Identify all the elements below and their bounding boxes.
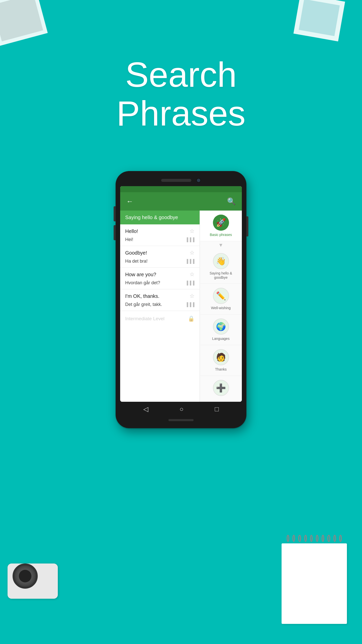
decorative-photo-topleft [0, 0, 48, 46]
category-item-basic-phrases[interactable]: 🚀 Basic phrases [200, 211, 242, 241]
phrase-item-goodbye: Goodbye! ☆ Ha det bra! ▐▐▐ [120, 246, 200, 268]
decorative-photo-topright [293, 0, 345, 41]
phone-bottom-bar [120, 417, 242, 424]
page-title: Search Phrases [0, 55, 362, 133]
category-icon-wellwishing: ✏️ [213, 288, 229, 304]
active-category-header: Saying hello & goodbye [120, 211, 200, 224]
phrase-text-goodbye-no: Ha det bra! [125, 259, 148, 264]
category-label-hello-goodbye: Saying hello & goodbye [202, 271, 239, 280]
category-icon-basic-phrases: 🚀 [213, 215, 229, 231]
phrase-text-howareyou-no: Hvordan går det? [125, 280, 160, 286]
phrase-english-hello: Hello! ☆ [120, 224, 200, 236]
phrase-english-howareyou: How are you? ☆ [120, 268, 200, 279]
volume-up-button [114, 206, 116, 221]
phrase-text-hello-en: Hello! [125, 228, 138, 234]
phrase-native-goodbye: Ha det bra! ▐▐▐ [120, 258, 200, 267]
lock-icon: 🔒 [188, 315, 195, 322]
nav-home-button[interactable]: ○ [179, 405, 184, 413]
level-imok: ▐▐▐ [185, 302, 195, 307]
level-howareyou: ▐▐▐ [185, 281, 195, 285]
star-hello[interactable]: ☆ [190, 228, 195, 234]
category-item-wellwishing[interactable]: ✏️ Well-wishing [200, 284, 242, 314]
phrase-text-imok-en: I'm OK, thanks. [125, 293, 159, 299]
back-button[interactable]: ← [126, 197, 133, 206]
power-button [246, 216, 248, 236]
decorative-notebook [277, 538, 347, 624]
screen-body: Saying hello & goodbye Hello! ☆ Hei! ▐▐▐ [120, 211, 242, 402]
star-howareyou[interactable]: ☆ [190, 271, 195, 278]
category-label-languages: Languages [212, 337, 230, 341]
category-emoji-hello-goodbye: 👋 [216, 256, 226, 266]
category-item-thanks[interactable]: 🧑 Thanks [200, 345, 242, 376]
category-emoji-languages: 🌍 [216, 322, 226, 331]
category-icon-languages: 🌍 [213, 318, 229, 335]
category-icon-thanks: 🧑 [213, 349, 229, 365]
phone-speaker [161, 179, 191, 182]
nav-recent-button[interactable]: □ [215, 405, 219, 413]
category-emoji-wellwishing: ✏️ [216, 291, 226, 301]
category-emoji-thanks: 🧑 [216, 352, 226, 362]
category-label-basic-phrases: Basic phrases [210, 233, 232, 237]
phrase-native-howareyou: Hvordan går det? ▐▐▐ [120, 279, 200, 289]
phrase-list-panel: Saying hello & goodbye Hello! ☆ Hei! ▐▐▐ [120, 211, 200, 402]
app-statusbar [120, 186, 242, 192]
phone-mockup: ← 🔍 Saying hello & goodbye Hello! ☆ [116, 171, 246, 428]
category-emoji-more: ➕ [216, 383, 226, 393]
phrase-native-imok: Det går greit, takk. ▐▐▐ [120, 301, 200, 311]
phrase-item-hello: Hello! ☆ Hei! ▐▐▐ [120, 224, 200, 246]
scroll-indicator: ▼ [200, 241, 242, 249]
category-item-languages[interactable]: 🌍 Languages [200, 314, 242, 345]
category-icon-more: ➕ [213, 380, 229, 396]
level-goodbye: ▐▐▐ [185, 259, 195, 264]
category-item-more[interactable]: ➕ [200, 376, 242, 402]
nav-back-button[interactable]: ◁ [143, 405, 148, 413]
phone-top-bar [120, 178, 242, 186]
phrase-native-hello: Hei! ▐▐▐ [120, 236, 200, 246]
category-label-thanks: Thanks [215, 367, 227, 372]
phrase-item-howareyou: How are you? ☆ Hvordan går det? ▐▐▐ [120, 268, 200, 289]
level-hello: ▐▐▐ [185, 237, 195, 242]
volume-down-button [114, 225, 116, 240]
category-label-wellwishing: Well-wishing [211, 306, 231, 310]
phrase-text-howareyou-en: How are you? [125, 272, 156, 277]
star-imok[interactable]: ☆ [190, 293, 195, 299]
active-category-label: Saying hello & goodbye [125, 215, 178, 220]
phone-screen: ← 🔍 Saying hello & goodbye Hello! ☆ [120, 186, 242, 402]
phrase-item-imok: I'm OK, thanks. ☆ Det går greit, takk. ▐… [120, 289, 200, 311]
category-emoji-basic-phrases: 🚀 [216, 218, 226, 227]
category-list-panel: 🚀 Basic phrases ▼ 👋 Saying hello & goodb… [200, 211, 242, 402]
search-button[interactable]: 🔍 [227, 197, 236, 206]
phone-navigation: ◁ ○ □ [120, 402, 242, 417]
phrase-text-imok-no: Det går greit, takk. [125, 302, 162, 307]
star-goodbye[interactable]: ☆ [190, 250, 195, 256]
phrase-text-hello-no: Hei! [125, 237, 133, 242]
phrase-text-goodbye-en: Goodbye! [125, 250, 147, 256]
locked-label: Intermediate Level [125, 316, 164, 321]
decorative-camera [8, 548, 73, 604]
category-icon-hello-goodbye: 👋 [213, 253, 229, 269]
phone-camera [196, 178, 201, 183]
phrase-english-imok: I'm OK, thanks. ☆ [120, 289, 200, 301]
category-item-hello-goodbye[interactable]: 👋 Saying hello & goodbye [200, 249, 242, 284]
app-toolbar: ← 🔍 [120, 192, 242, 211]
phrase-english-goodbye: Goodbye! ☆ [120, 246, 200, 258]
phrase-item-locked: Intermediate Level 🔒 [120, 311, 200, 327]
